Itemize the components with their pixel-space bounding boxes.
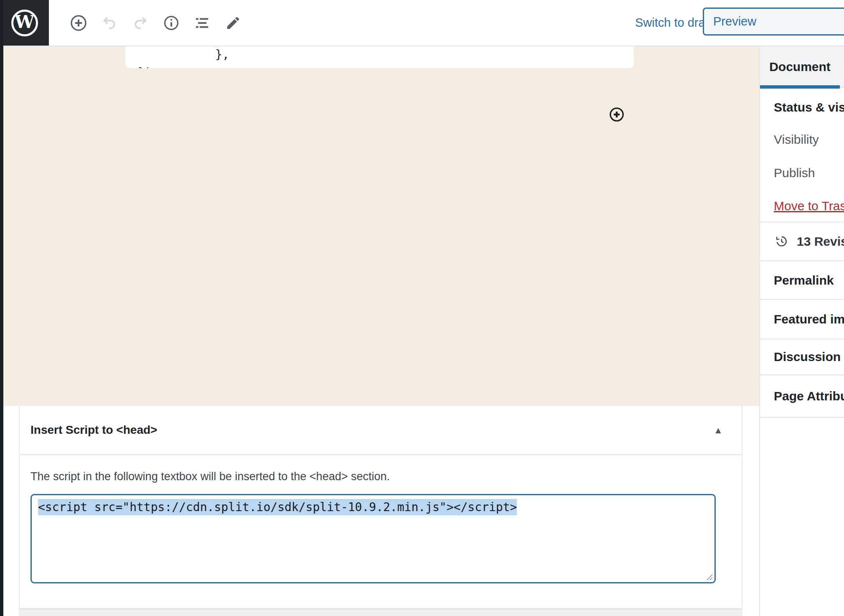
metabox-body: The script in the following textbox will… xyxy=(20,470,742,583)
wordpress-logo-icon: W xyxy=(11,10,38,36)
edit-mode-button[interactable] xyxy=(218,0,249,46)
metabox-header[interactable]: Insert Script to <head> ▲ xyxy=(20,406,742,455)
redo-button[interactable] xyxy=(125,0,156,46)
selected-script-text: <script src="https://cdn.split.io/sdk/sp… xyxy=(38,499,517,515)
sidebar-tabs: Document xyxy=(760,46,844,88)
plus-circle-icon xyxy=(609,107,625,122)
head-script-textarea[interactable]: <script src="https://cdn.split.io/sdk/sp… xyxy=(31,494,716,583)
publish-label: Publish xyxy=(774,166,844,180)
discussion-title: Discussion xyxy=(774,350,841,364)
panel-revisions[interactable]: 13 Revisions xyxy=(760,222,844,261)
textarea-resize-handle[interactable] xyxy=(705,573,713,581)
active-tab-underline xyxy=(760,85,840,89)
editor-toolbar xyxy=(63,0,249,46)
collapse-toggle-button[interactable]: ▲ xyxy=(706,406,731,455)
plus-circle-icon xyxy=(69,14,88,32)
content-structure-button[interactable] xyxy=(156,0,187,46)
editor-header: W xyxy=(0,0,844,46)
status-visibility-title: Status & visibility xyxy=(774,100,844,115)
panel-status-visibility: Status & visibility Visibility Publish M… xyxy=(760,88,844,222)
page-attributes-title: Page Attributes xyxy=(774,389,844,403)
move-to-trash-button[interactable]: Move to Trash xyxy=(774,199,844,213)
redo-icon xyxy=(132,15,149,31)
history-icon xyxy=(775,235,788,248)
undo-button[interactable] xyxy=(94,0,125,46)
info-icon xyxy=(163,15,180,31)
permalink-title: Permalink xyxy=(774,273,834,288)
code-line: }) xyxy=(138,66,152,68)
code-block[interactable]: }, }) xyxy=(125,46,634,68)
visibility-label: Visibility xyxy=(774,132,844,147)
panel-discussion[interactable]: Discussion xyxy=(760,339,844,375)
editor-canvas: }, }) xyxy=(3,46,759,406)
triangle-up-icon: ▲ xyxy=(714,425,723,435)
insert-script-head-metabox: Insert Script to <head> ▲ The script in … xyxy=(19,406,742,609)
metabox-title: Insert Script to <head> xyxy=(31,423,157,437)
admin-menu-edge xyxy=(0,0,3,616)
tab-document-label: Document xyxy=(769,60,831,74)
metabox-description: The script in the following textbox will… xyxy=(31,470,731,483)
tab-document[interactable]: Document xyxy=(760,46,840,88)
preview-button[interactable]: Preview xyxy=(703,8,844,36)
wordpress-logo[interactable]: W xyxy=(0,0,49,46)
metaboxes-area: Insert Script to <head> ▲ The script in … xyxy=(3,406,759,616)
switch-to-draft-button[interactable]: Switch to draft xyxy=(635,0,712,46)
code-line: }, xyxy=(215,48,229,61)
undo-icon xyxy=(101,15,118,31)
panel-page-attributes[interactable]: Page Attributes xyxy=(760,375,844,418)
panel-featured-image[interactable]: Featured image xyxy=(760,300,844,339)
pencil-icon xyxy=(225,15,241,31)
panel-permalink[interactable]: Permalink xyxy=(760,261,844,300)
featured-image-title: Featured image xyxy=(774,312,844,326)
block-navigation-button[interactable] xyxy=(187,0,218,46)
revisions-label: 13 Revisions xyxy=(797,234,844,249)
settings-sidebar: Document Status & visibility Visibility … xyxy=(759,46,844,616)
block-inserter-button[interactable] xyxy=(609,107,625,122)
add-block-button[interactable] xyxy=(63,0,94,46)
next-metabox-edge xyxy=(19,609,742,616)
list-view-icon xyxy=(194,15,211,31)
